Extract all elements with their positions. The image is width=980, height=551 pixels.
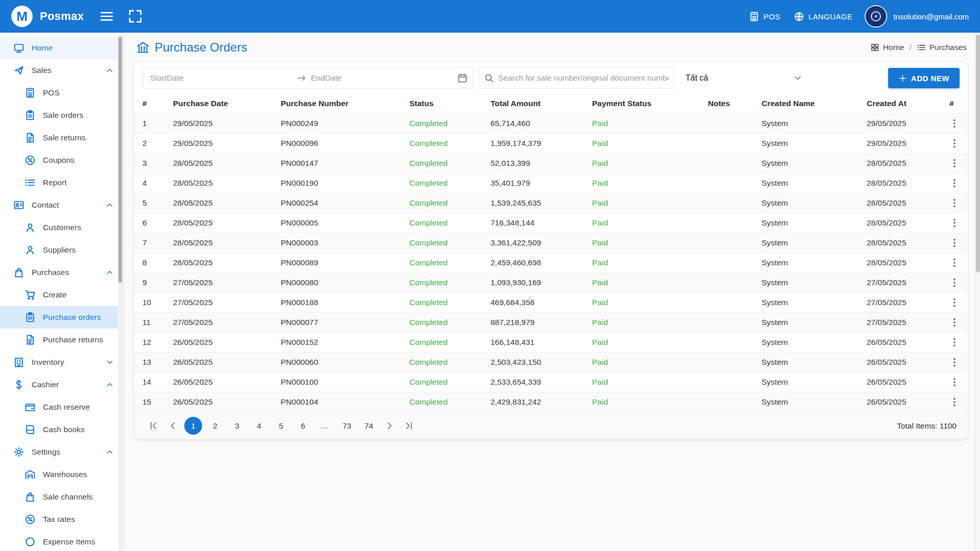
sidebar-scrollbar-thumb[interactable] (118, 37, 122, 283)
table-row[interactable]: 1027/05/2025PN000188Completed469,684,358… (134, 292, 968, 312)
fullscreen-button[interactable] (128, 9, 143, 24)
sidebar-item-settings[interactable]: Settings (0, 441, 122, 463)
sidebar-item-tax-rates[interactable]: Tax rates (0, 508, 122, 531)
person-icon (24, 244, 36, 256)
table-row[interactable]: 428/05/2025PN000190Completed35,401,979Pa… (134, 173, 968, 193)
table-row[interactable]: 927/05/2025PN000080Completed1,093,930,16… (134, 272, 968, 292)
status-badge: Completed (401, 253, 482, 272)
breadcrumb-home[interactable]: Home (870, 43, 904, 52)
breadcrumb-purchases[interactable]: Purchases (917, 43, 967, 52)
table-row[interactable]: 1127/05/2025PN000077Completed887,218,979… (134, 312, 968, 332)
sidebar-item-create[interactable]: Create (0, 284, 122, 306)
sidebar-item-cashier[interactable]: Cashier (0, 373, 122, 396)
page-button-1[interactable]: 1 (184, 417, 202, 435)
sidebar-item-purchase-returns[interactable]: Purchase returns (0, 329, 122, 351)
row-actions-button[interactable] (949, 396, 960, 408)
sidebar-item-cash-reserve[interactable]: Cash reserve (0, 396, 122, 418)
window-scrollbar[interactable] (975, 33, 980, 551)
sidebar-list: HomeSalesPOSSale ordersSale returnsCoupo… (0, 33, 122, 551)
add-new-button[interactable]: ADD NEW (888, 68, 960, 88)
page-button-74[interactable]: 74 (360, 417, 378, 435)
status-badge: Completed (401, 173, 482, 193)
brand-logo: M (11, 6, 33, 27)
sidebar-item-sale-returns[interactable]: Sale returns (0, 127, 122, 149)
sidebar-item-contact[interactable]: Contact (0, 194, 122, 216)
pos-link[interactable]: POS (749, 11, 780, 22)
start-date-input[interactable] (150, 73, 292, 83)
row-actions-button[interactable] (949, 337, 960, 348)
notes (700, 233, 753, 253)
next-page-button[interactable] (382, 418, 397, 434)
row-actions-button[interactable] (949, 297, 960, 308)
window-scrollbar-thumb[interactable] (976, 35, 980, 272)
purchase-number: PN000077 (273, 312, 401, 332)
chevron-down-icon (793, 73, 803, 83)
purchase-orders-card: Tất cả ADD NEW #Purchase DatePurchase Nu… (134, 62, 968, 439)
row-actions-button[interactable] (949, 158, 960, 169)
sidebar-item-customers[interactable]: Customers (0, 216, 122, 239)
payment-status: Paid (584, 352, 700, 372)
first-page-button[interactable] (145, 418, 161, 434)
sidebar-item-inventory[interactable]: Inventory (0, 351, 122, 373)
end-date-input[interactable] (311, 73, 453, 83)
table-row[interactable]: 1326/05/2025PN000060Completed2,503,423,1… (134, 352, 968, 372)
calendar-icon[interactable] (457, 73, 468, 83)
sidebar-item-purchases[interactable]: Purchases (0, 261, 122, 284)
status-badge: Completed (401, 352, 482, 372)
table-row[interactable]: 328/05/2025PN000147Completed52,013,399Pa… (134, 153, 968, 173)
sidebar-item-sale-channels[interactable]: Sale channels (0, 486, 122, 508)
sidebar-item-suppliers[interactable]: Suppliers (0, 239, 122, 261)
table-row[interactable]: 828/05/2025PN000089Completed2,459,460,69… (134, 253, 968, 272)
sidebar-item-sales[interactable]: Sales (0, 59, 122, 82)
row-actions-button[interactable] (949, 237, 960, 248)
table-row[interactable]: 229/05/2025PN000096Completed1,959,174,37… (134, 133, 968, 153)
status-badge: Completed (401, 272, 482, 292)
page-button-3[interactable]: 3 (228, 417, 246, 435)
row-actions-button[interactable] (949, 138, 960, 149)
sidebar-item-pos[interactable]: POS (0, 82, 122, 104)
last-page-button[interactable] (401, 418, 416, 434)
page-button-2[interactable]: 2 (206, 417, 224, 435)
sidebar-item-report[interactable]: Report (0, 171, 122, 194)
table-row[interactable]: 728/05/2025PN000003Completed3,361,422,50… (134, 233, 968, 253)
table-row[interactable]: 1526/05/2025PN000104Completed2,429,831,2… (134, 392, 968, 412)
row-actions-button[interactable] (949, 317, 960, 328)
status-filter-select[interactable]: Tất cả (679, 67, 807, 89)
calculator-icon (24, 87, 36, 98)
sidebar-item-warehouses[interactable]: Warehouses (0, 463, 122, 486)
page-button-4[interactable]: 4 (250, 417, 268, 435)
sidebar-scrollbar[interactable] (118, 33, 122, 551)
sidebar-item-purchase-orders[interactable]: Purchase orders (0, 306, 122, 329)
sidebar-item-cash-books[interactable]: Cash books (0, 418, 122, 441)
page-button-6[interactable]: 6 (294, 417, 312, 435)
bag-icon (13, 267, 24, 278)
row-actions-button[interactable] (949, 197, 960, 209)
table-row[interactable]: 528/05/2025PN000254Completed1,539,245,63… (134, 193, 968, 213)
sidebar-item-expense-items[interactable]: Expense Items (0, 531, 122, 551)
row-actions-button[interactable] (949, 217, 960, 229)
pagination-ellipsis[interactable]: … (316, 417, 334, 435)
row-actions-button[interactable] (949, 377, 960, 388)
row-actions-button[interactable] (949, 178, 960, 189)
table-row[interactable]: 1226/05/2025PN000152Completed166,148,431… (134, 332, 968, 352)
page-button-73[interactable]: 73 (338, 417, 356, 435)
purchase-number: PN000080 (273, 272, 401, 292)
table-row[interactable]: 1426/05/2025PN000100Completed2,533,654,3… (134, 372, 968, 392)
sidebar-item-coupons[interactable]: Coupons (0, 149, 122, 171)
menu-toggle-button[interactable] (99, 9, 114, 24)
row-actions-button[interactable] (949, 118, 960, 129)
user-email[interactable]: tnsolution@gmail.com (893, 12, 969, 21)
search-input[interactable] (498, 73, 669, 83)
row-actions-button[interactable] (949, 257, 960, 268)
language-menu[interactable]: LANGUAGE (794, 11, 853, 22)
sidebar-item-home[interactable]: Home (0, 37, 122, 59)
notes (700, 332, 753, 352)
row-actions-button[interactable] (949, 277, 960, 288)
previous-page-button[interactable] (165, 418, 180, 434)
page-button-5[interactable]: 5 (272, 417, 290, 435)
sidebar-item-sale-orders[interactable]: Sale orders (0, 104, 122, 127)
user-avatar[interactable] (866, 6, 886, 27)
table-row[interactable]: 628/05/2025PN000005Completed716,348,144P… (134, 213, 968, 233)
row-actions-button[interactable] (949, 357, 960, 368)
table-row[interactable]: 129/05/2025PN000249Completed65,714,460Pa… (134, 113, 968, 133)
